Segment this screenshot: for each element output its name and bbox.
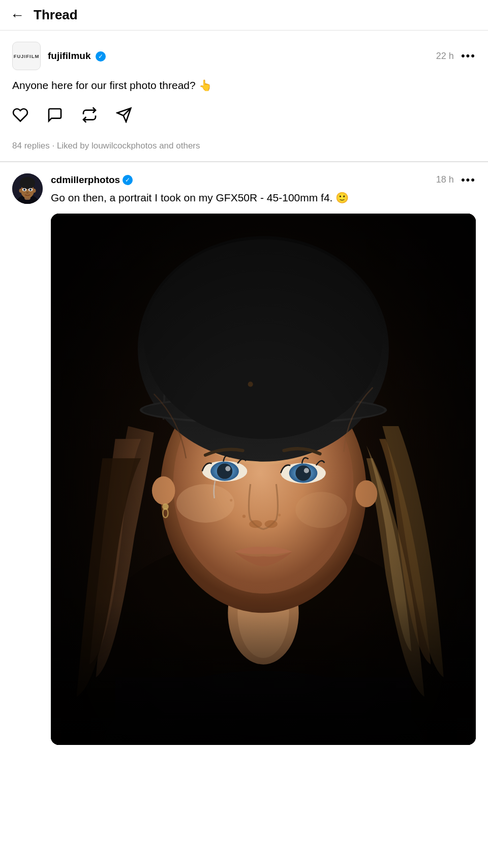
post-content: Anyone here for our first photo thread? … [12, 77, 476, 94]
avatar-illustration [12, 173, 43, 204]
svg-point-6 [20, 177, 35, 189]
reply-time: 18 h [436, 174, 454, 185]
comment-button[interactable] [47, 107, 63, 127]
fujifilm-logo: FUJIFILM [14, 53, 40, 59]
svg-point-8 [33, 189, 36, 193]
share-button[interactable] [116, 107, 132, 127]
reply-more-options-button[interactable]: ••• [461, 173, 476, 187]
verified-badge: ✓ [96, 51, 106, 62]
reply-avatar [12, 173, 43, 204]
share-icon [116, 107, 132, 123]
header: ← Thread [0, 0, 488, 31]
portrait-svg [51, 214, 476, 745]
author-info: fujifilmuk ✓ [48, 50, 106, 62]
repost-icon [81, 107, 98, 123]
like-button[interactable] [12, 107, 28, 127]
heart-icon [12, 107, 28, 123]
reply-right: cdmillerphotos ✓ 18 h ••• Go on then, a … [51, 173, 476, 745]
first-post: FUJIFILM fujifilmuk ✓ 22 h ••• Anyone he… [0, 31, 488, 162]
portrait-image-container [51, 214, 476, 745]
svg-point-11 [23, 188, 25, 190]
author-name[interactable]: fujifilmuk [48, 50, 90, 61]
post-meta-right: 22 h ••• [436, 49, 476, 63]
reply-verified-badge: ✓ [123, 175, 133, 185]
portrait-image [51, 214, 476, 745]
page-title: Thread [34, 7, 78, 23]
reply-post-inner: cdmillerphotos ✓ 18 h ••• Go on then, a … [12, 173, 476, 745]
reply-author-name[interactable]: cdmillerphotos [51, 174, 120, 186]
reply-post: cdmillerphotos ✓ 18 h ••• Go on then, a … [0, 162, 488, 745]
reply-author-row: cdmillerphotos ✓ [51, 174, 133, 186]
avatar: FUJIFILM [12, 42, 41, 70]
post-stats: 84 replies · Liked by louwilcockphotos a… [12, 136, 476, 161]
reply-header: cdmillerphotos ✓ 18 h ••• [51, 173, 476, 187]
first-post-header: FUJIFILM fujifilmuk ✓ 22 h ••• [12, 42, 476, 70]
svg-rect-63 [51, 600, 476, 745]
repost-button[interactable] [81, 107, 98, 127]
svg-point-7 [19, 189, 23, 193]
reply-content: Go on then, a portrait I took on my GFX5… [51, 190, 476, 206]
post-actions [12, 103, 476, 136]
more-options-button[interactable]: ••• [461, 49, 476, 63]
reply-meta-right: 18 h ••• [436, 173, 476, 187]
back-button[interactable]: ← [10, 8, 24, 22]
post-time: 22 h [436, 51, 454, 62]
first-post-author-section: FUJIFILM fujifilmuk ✓ [12, 42, 106, 70]
reply-left [12, 173, 43, 745]
comment-icon [47, 107, 63, 123]
svg-point-13 [26, 192, 29, 193]
svg-point-12 [29, 188, 32, 190]
